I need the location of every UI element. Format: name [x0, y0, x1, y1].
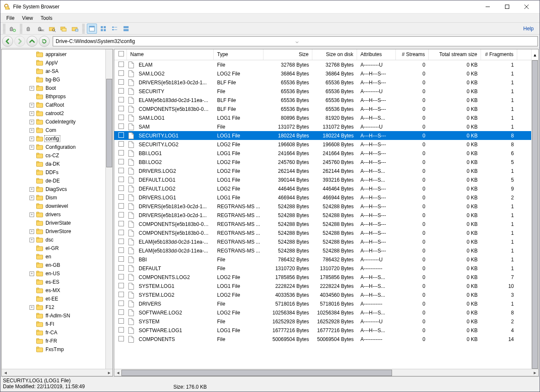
tree-item[interactable]: +en-US [2, 269, 105, 278]
row-checkbox[interactable] [114, 115, 127, 121]
tree-item[interactable]: en-GB [2, 261, 105, 269]
row-checkbox[interactable] [114, 327, 127, 334]
table-row[interactable]: DEFAULT.LOG1LOG1 File390144 Bytes393216 … [114, 175, 531, 184]
tree-item[interactable]: AppV [2, 59, 105, 67]
header-fragments[interactable]: # Fragments [481, 49, 517, 60]
menu-tools[interactable]: Tools [37, 14, 56, 22]
view-list-icon[interactable] [110, 24, 120, 34]
close-button[interactable] [517, 0, 536, 13]
table-row[interactable]: SAM.LOG2LOG2 File36864 Bytes36864 BytesA… [114, 69, 531, 78]
table-row[interactable]: BBI.LOG1LOG1 File241664 Bytes241664 Byte… [114, 149, 531, 158]
row-checkbox[interactable] [114, 62, 127, 68]
forward-button[interactable] [14, 36, 25, 47]
header-size[interactable]: Size [263, 49, 312, 60]
tree-item[interactable]: +Dism [2, 193, 105, 202]
expand-toggle[interactable]: + [30, 145, 34, 150]
tree-item[interactable]: Bthprops [2, 92, 105, 101]
toolbar-grip[interactable] [20, 24, 22, 33]
table-row[interactable]: DRIVERS{e5b181e3-0c2d-1...REGTRANS-MS ..… [114, 211, 531, 220]
tree-item[interactable]: bg-BG [2, 75, 105, 84]
table-row[interactable]: DEFAULTFile1310720 Bytes1310720 BytesA--… [114, 264, 531, 273]
toolbar-abc-icon[interactable]: ABC [36, 24, 46, 34]
table-row[interactable]: COMPONENTS{e5b183b0-0c...BLF File65536 B… [114, 105, 531, 113]
expand-toggle[interactable]: + [30, 196, 34, 200]
row-checkbox[interactable] [114, 283, 127, 290]
tree-item[interactable]: fr-FR [2, 337, 105, 345]
list-scrollbar[interactable] [531, 60, 538, 369]
tree-item[interactable]: fr-CA [2, 328, 105, 337]
toolbar-folder-tree-icon[interactable] [70, 24, 80, 34]
toolbar-folder-search-icon[interactable] [47, 24, 57, 34]
tree-item[interactable]: da-DK [2, 160, 105, 168]
row-checkbox[interactable] [114, 79, 127, 86]
row-checkbox[interactable] [114, 88, 127, 95]
expand-toggle[interactable]: + [30, 86, 34, 91]
row-checkbox[interactable] [114, 132, 127, 139]
table-row[interactable]: BBI.LOG2LOG2 File245760 Bytes245760 Byte… [114, 158, 531, 166]
table-row[interactable]: ELAM{e5b183dd-0c2d-11ea-...REGTRANS-MS .… [114, 246, 531, 255]
table-row[interactable]: ELAMFile32768 Bytes32768 BytesA---------… [114, 60, 531, 69]
expand-toggle[interactable]: + [30, 229, 34, 234]
row-checkbox[interactable] [114, 247, 127, 254]
row-checkbox[interactable] [114, 177, 127, 183]
tree-hscroll[interactable]: ◂▸ [2, 369, 113, 376]
table-row[interactable]: SECURITY.LOG2LOG2 File196608 Bytes196608… [114, 140, 531, 149]
refresh-button[interactable] [39, 36, 50, 47]
row-checkbox[interactable] [114, 230, 127, 236]
row-checkbox[interactable] [114, 256, 127, 263]
header-streams[interactable]: # Streams [396, 49, 429, 60]
table-row[interactable]: SAM.LOG1LOG1 File80896 Bytes81920 BytesA… [114, 113, 531, 122]
view-icons-icon[interactable] [98, 24, 108, 34]
tree-item[interactable]: +CatRoot [2, 101, 105, 109]
tree-item[interactable]: ff-Adlm-SN [2, 311, 105, 320]
header-attributes[interactable]: Attributes [357, 49, 396, 60]
tree-scrollbar[interactable] [105, 49, 113, 369]
table-row[interactable]: ELAM{e5b183dd-0c2d-11ea-...BLF File65536… [114, 96, 531, 105]
view-details-icon[interactable] [87, 24, 97, 34]
row-checkbox[interactable] [114, 124, 127, 130]
tree-item[interactable]: es-MX [2, 286, 105, 295]
toolbar-folders-icon[interactable] [59, 24, 69, 34]
toolbar-add-icon[interactable] [8, 24, 18, 34]
table-row[interactable]: COMPONENTS{e5b183b0-0c...REGTRANS-MS ...… [114, 228, 531, 237]
tree-item[interactable]: appraiser [2, 50, 105, 59]
tree-item[interactable]: en [2, 252, 105, 261]
table-row[interactable]: COMPONENTS{e5b183b0-0c...REGTRANS-MS ...… [114, 220, 531, 228]
table-row[interactable]: COMPONENTSFile50069504 Bytes50069504 Byt… [114, 335, 531, 344]
tree-item[interactable]: +dsc [2, 236, 105, 244]
tree-item[interactable]: de-DE [2, 177, 105, 185]
tree-item[interactable]: +config [2, 134, 105, 143]
row-checkbox[interactable] [114, 265, 127, 272]
tree-item[interactable]: es-ES [2, 278, 105, 286]
row-checkbox[interactable] [114, 185, 127, 192]
tree-item[interactable]: +Com [2, 126, 105, 134]
tree-item[interactable]: +CodeIntegrity [2, 118, 105, 126]
row-checkbox[interactable] [114, 159, 127, 166]
tree-item[interactable]: cs-CZ [2, 151, 105, 160]
table-row[interactable]: DRIVERS{e5b181e3-0c2d-1...REGTRANS-MS ..… [114, 202, 531, 211]
minimize-button[interactable] [478, 0, 497, 13]
chevron-down-icon[interactable]: ⌵ [296, 38, 535, 44]
tree-item[interactable]: +F12 [2, 303, 105, 311]
header-name[interactable]: Name [127, 49, 214, 60]
table-row[interactable]: DRIVERS.LOG1LOG1 File466944 Bytes466944 … [114, 193, 531, 202]
table-row[interactable]: BBIFile786432 Bytes786432 BytesA--------… [114, 255, 531, 264]
tree-item[interactable]: FxsTmp [2, 345, 105, 354]
list-hscroll[interactable]: ◂▸ [114, 369, 538, 376]
tree-item[interactable]: +Configuration [2, 143, 105, 151]
row-checkbox[interactable] [114, 239, 127, 245]
toolbar-grip[interactable] [3, 24, 5, 33]
table-row[interactable]: ELAM{e5b183dd-0c2d-11ea-...REGTRANS-MS .… [114, 237, 531, 246]
menu-view[interactable]: View [19, 14, 36, 22]
tree-item[interactable]: ar-SA [2, 67, 105, 75]
view-tile-icon[interactable] [121, 24, 131, 34]
expand-toggle[interactable]: + [30, 128, 34, 133]
tree-item[interactable]: +drivers [2, 210, 105, 219]
expand-toggle[interactable]: + [30, 238, 34, 242]
row-checkbox[interactable] [114, 97, 127, 104]
header-size-on-disk[interactable]: Size on disk [312, 49, 357, 60]
expand-toggle[interactable]: + [30, 137, 34, 141]
row-checkbox[interactable] [114, 203, 127, 210]
table-row[interactable]: SYSTEM.LOG1LOG1 File2228224 Bytes2228224… [114, 282, 531, 290]
table-row[interactable]: SOFTWARE.LOG1LOG1 File16777216 Bytes1677… [114, 326, 531, 335]
